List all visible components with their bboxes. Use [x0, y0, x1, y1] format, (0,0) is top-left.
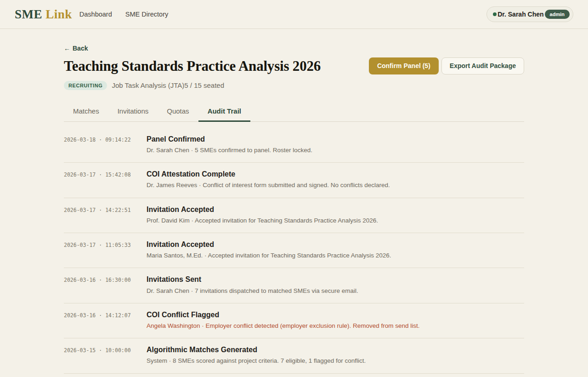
status-dot-icon	[493, 12, 497, 16]
user-menu[interactable]: Dr. Sarah Chen admin	[486, 6, 573, 22]
entry-title: Panel Confirmed	[147, 135, 524, 143]
entry-title: COI Conflict Flagged	[147, 310, 524, 319]
entry-body: Invitations Sent Dr. Sarah Chen · 7 invi…	[147, 275, 524, 295]
tab-bar: MatchesInvitationsQuotasAudit Trail	[64, 103, 524, 122]
entry-timestamp: 2026-03-16·14:12:07	[64, 310, 147, 330]
entry-description: Maria Santos, M.Ed. · Accepted invitatio…	[147, 251, 524, 260]
entry-body: COI Conflict Flagged Angela Washington ·…	[147, 310, 524, 330]
role-badge: admin	[545, 10, 570, 19]
entry-description: Dr. Sarah Chen · 7 invitations dispatche…	[147, 287, 524, 295]
timestamp-separator: ·	[99, 347, 102, 365]
entry-timestamp: 2026-03-17·11:05:33	[64, 240, 147, 260]
project-type: Job Task Analysis (JTA)	[112, 81, 184, 89]
tab-audit-trail[interactable]: Audit Trail	[198, 103, 250, 122]
status-badge: RECRUITING	[64, 81, 107, 90]
seats-count: 5 / 15 seated	[184, 81, 224, 89]
entry-body: Invitation Accepted Prof. David Kim · Ac…	[147, 205, 524, 225]
entry-timestamp: 2026-03-17·14:22:51	[64, 205, 147, 225]
entry-description: Prof. David Kim · Accepted invitation fo…	[147, 217, 524, 225]
entry-title: Invitation Accepted	[147, 240, 524, 249]
entry-date: 2026-03-15	[64, 347, 96, 365]
timestamp-separator: ·	[99, 171, 102, 189]
nav-sme-directory[interactable]: SME Directory	[125, 11, 168, 18]
logo-text-primary: SME	[15, 7, 42, 21]
logo-text-accent: Link	[45, 7, 72, 21]
entry-title: Algorithmic Matches Generated	[147, 345, 524, 354]
entry-time: 14:22:51	[105, 207, 130, 225]
entry-body: Algorithmic Matches Generated System · 8…	[147, 345, 524, 365]
entry-title: Invitations Sent	[147, 275, 524, 284]
timestamp-separator: ·	[99, 207, 102, 225]
entry-description: Dr. James Reeves · Conflict of interest …	[147, 181, 524, 189]
tab-quotas[interactable]: Quotas	[158, 103, 198, 122]
entry-timestamp: 2026-03-17·15:42:08	[64, 170, 147, 189]
page-actions: Confirm Panel (5) Export Audit Package	[369, 57, 524, 74]
tab-invitations[interactable]: Invitations	[108, 103, 158, 122]
app-logo[interactable]: SME Link	[15, 7, 72, 22]
timestamp-separator: ·	[99, 277, 102, 295]
entry-timestamp: 2026-03-16·16:30:00	[64, 275, 147, 295]
timestamp-separator: ·	[99, 137, 102, 154]
audit-entry: 2026-03-16·16:30:00 Invitations Sent Dr.…	[64, 268, 524, 303]
entry-date: 2026-03-17	[64, 171, 96, 189]
audit-entry: 2026-03-14·09:30:00 Project Created Dr. …	[64, 374, 524, 377]
audit-entry: 2026-03-17·14:22:51 Invitation Accepted …	[64, 198, 524, 233]
entry-body: Panel Confirmed Dr. Sarah Chen · 5 SMEs …	[147, 135, 524, 154]
entry-title: COI Attestation Complete	[147, 170, 524, 178]
entry-date: 2026-03-17	[64, 207, 96, 225]
tab-matches[interactable]: Matches	[64, 103, 108, 122]
nav-dashboard[interactable]: Dashboard	[79, 11, 112, 18]
project-meta: RECRUITING Job Task Analysis (JTA)5 / 15…	[64, 81, 524, 90]
app-header: SME Link Dashboard SME Directory Dr. Sar…	[0, 0, 588, 29]
entry-body: COI Attestation Complete Dr. James Reeve…	[147, 170, 524, 189]
title-row: Teaching Standards Practice Analysis 202…	[64, 57, 524, 74]
entry-time: 09:14:22	[105, 137, 130, 154]
confirm-panel-button[interactable]: Confirm Panel (5)	[369, 57, 439, 74]
entry-timestamp: 2026-03-15·10:00:00	[64, 345, 147, 365]
entry-date: 2026-03-16	[64, 312, 96, 330]
timestamp-separator: ·	[99, 312, 102, 330]
page-title: Teaching Standards Practice Analysis 202…	[64, 59, 321, 73]
audit-entry: 2026-03-17·15:42:08 COI Attestation Comp…	[64, 163, 524, 198]
entry-title: Invitation Accepted	[147, 205, 524, 214]
entry-description: Dr. Sarah Chen · 5 SMEs confirmed to pan…	[147, 146, 524, 154]
entry-time: 15:42:08	[105, 171, 130, 189]
user-name: Dr. Sarah Chen	[498, 11, 543, 18]
entry-date: 2026-03-16	[64, 277, 96, 295]
back-arrow-icon: ←	[64, 45, 70, 52]
audit-entry: 2026-03-15·10:00:00 Algorithmic Matches …	[64, 338, 524, 373]
timestamp-separator: ·	[99, 242, 102, 260]
entry-time: 11:05:33	[105, 242, 130, 260]
entry-time: 10:00:00	[105, 347, 130, 365]
audit-entry: 2026-03-18·09:14:22 Panel Confirmed Dr. …	[64, 128, 524, 163]
entry-time: 14:12:07	[105, 312, 130, 330]
audit-entry: 2026-03-16·14:12:07 COI Conflict Flagged…	[64, 303, 524, 338]
entry-date: 2026-03-17	[64, 242, 96, 260]
entry-time: 16:30:00	[105, 277, 130, 295]
entry-timestamp: 2026-03-18·09:14:22	[64, 135, 147, 154]
main-nav: Dashboard SME Directory	[79, 11, 168, 18]
entry-description: System · 8 SMEs scored against project c…	[147, 357, 524, 365]
entry-body: Invitation Accepted Maria Santos, M.Ed. …	[147, 240, 524, 260]
main-content: ← Back Teaching Standards Practice Analy…	[64, 29, 524, 377]
back-link[interactable]: ← Back	[64, 45, 88, 52]
audit-trail-list: 2026-03-18·09:14:22 Panel Confirmed Dr. …	[64, 128, 524, 377]
entry-description: Angela Washington · Employer conflict de…	[147, 322, 524, 330]
audit-entry: 2026-03-17·11:05:33 Invitation Accepted …	[64, 233, 524, 268]
export-audit-button[interactable]: Export Audit Package	[441, 57, 524, 74]
project-subtitle: Job Task Analysis (JTA)5 / 15 seated	[112, 81, 224, 89]
entry-date: 2026-03-18	[64, 137, 96, 154]
back-label: Back	[73, 45, 88, 52]
